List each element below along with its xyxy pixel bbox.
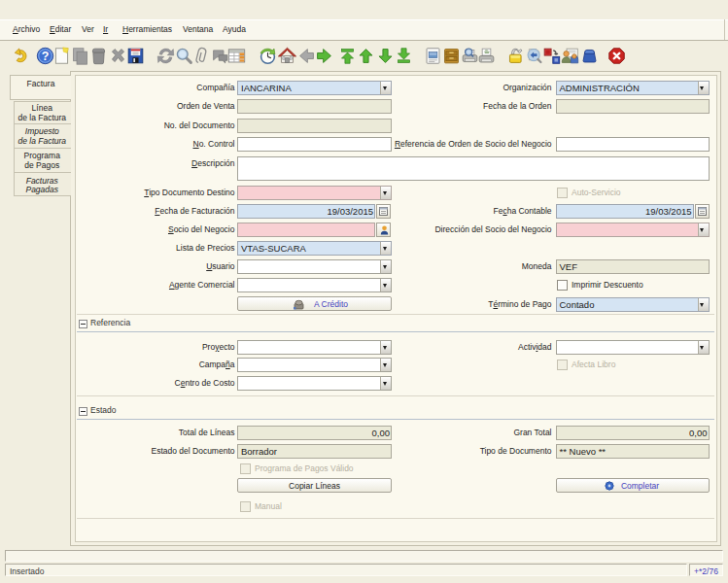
svg-text:?: ? [42,49,50,62]
